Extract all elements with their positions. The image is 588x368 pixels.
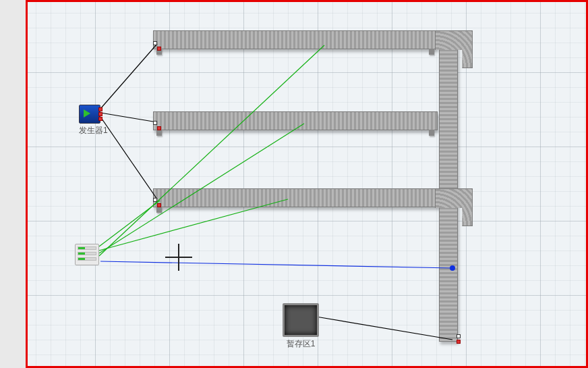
selection-frame: 发生器1 暂存区1 bbox=[26, 0, 588, 368]
port[interactable] bbox=[153, 121, 157, 125]
port[interactable] bbox=[157, 126, 161, 130]
play-icon bbox=[84, 109, 90, 117]
port[interactable] bbox=[153, 41, 157, 45]
source-label: 发生器1 bbox=[79, 125, 108, 136]
model-canvas[interactable]: 发生器1 暂存区1 bbox=[28, 2, 586, 366]
ruler-gutter bbox=[0, 0, 26, 368]
port[interactable] bbox=[457, 340, 461, 344]
port[interactable] bbox=[153, 198, 157, 202]
queue-icon bbox=[283, 303, 319, 337]
conveyor-2[interactable] bbox=[153, 111, 438, 130]
app-root: 发生器1 暂存区1 bbox=[0, 0, 588, 368]
processor-icon bbox=[75, 244, 99, 265]
source-icon bbox=[79, 105, 100, 124]
source-node[interactable]: 发生器1 bbox=[79, 105, 108, 136]
conveyor-1[interactable] bbox=[153, 30, 438, 49]
queue-node[interactable]: 暂存区1 bbox=[283, 303, 319, 350]
conveyor-3[interactable] bbox=[153, 188, 455, 207]
port[interactable] bbox=[157, 203, 161, 207]
port[interactable] bbox=[457, 334, 461, 338]
processor-node[interactable] bbox=[75, 244, 99, 267]
port[interactable] bbox=[157, 47, 161, 51]
queue-label: 暂存区1 bbox=[283, 338, 319, 350]
